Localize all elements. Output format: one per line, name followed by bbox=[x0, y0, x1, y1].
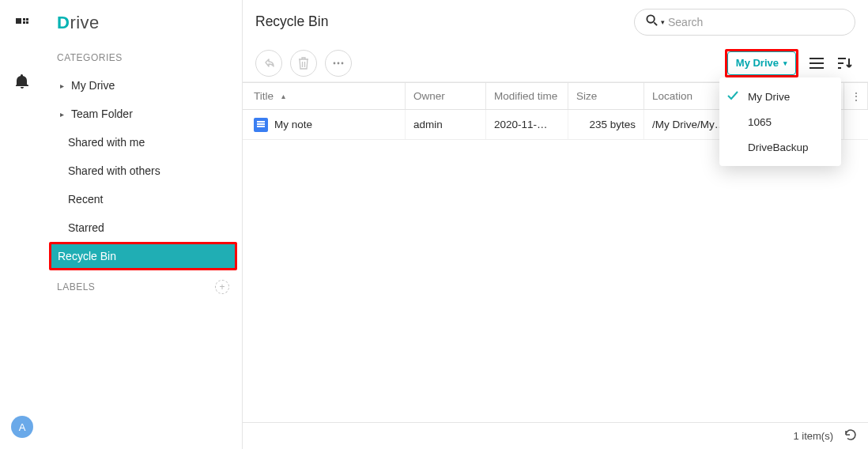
highlight-frame: My Drive ▾ bbox=[725, 49, 798, 77]
svg-point-9 bbox=[342, 62, 344, 64]
cell-owner: admin bbox=[406, 110, 486, 139]
sidebar-item-label: Recycle Bin bbox=[58, 250, 116, 262]
labels-label: LABELS bbox=[57, 281, 95, 292]
chevron-down-icon: ▾ bbox=[783, 59, 787, 67]
actionbar: My Drive ▾ My Drive bbox=[243, 44, 868, 82]
col-more[interactable]: ⋮ bbox=[844, 83, 868, 109]
search-box[interactable]: ▾ bbox=[634, 9, 855, 36]
sort-button[interactable] bbox=[835, 53, 855, 74]
drive-option-label: DriveBackup bbox=[748, 141, 809, 153]
sidebar: Drive CATEGORIES ▸My Drive ▸Team Folder … bbox=[44, 0, 243, 449]
search-input[interactable] bbox=[668, 16, 843, 28]
cell-mtime: 2020-11-… bbox=[486, 110, 568, 139]
sidebar-item-label: Shared with me bbox=[68, 136, 145, 149]
svg-rect-4 bbox=[26, 21, 28, 24]
categories-label: CATEGORIES bbox=[44, 47, 242, 71]
topbar: Recycle Bin ▾ bbox=[243, 0, 868, 44]
sidebar-item-teamfolder[interactable]: ▸Team Folder bbox=[44, 100, 242, 128]
col-size[interactable]: Size bbox=[568, 83, 644, 109]
sidebar-item-label: My Drive bbox=[71, 79, 115, 92]
sidebar-item-label: Recent bbox=[68, 193, 103, 206]
svg-line-6 bbox=[654, 22, 657, 25]
svg-rect-3 bbox=[23, 21, 25, 24]
add-label-button[interactable]: + bbox=[215, 280, 229, 294]
statusbar: 1 item(s) bbox=[243, 422, 868, 449]
apps-icon[interactable] bbox=[12, 14, 32, 35]
sidebar-item-recyclebin[interactable]: Recycle Bin bbox=[44, 242, 242, 270]
trash-icon bbox=[298, 57, 309, 70]
document-icon bbox=[254, 118, 268, 132]
search-icon bbox=[646, 14, 658, 29]
caret-icon: ▸ bbox=[57, 81, 66, 90]
page-title: Recycle Bin bbox=[255, 13, 328, 30]
dots-icon bbox=[333, 62, 344, 65]
highlight-frame: Recycle Bin bbox=[49, 242, 237, 270]
check-icon bbox=[727, 91, 738, 103]
cell-size: 235 bytes bbox=[568, 110, 644, 139]
sort-asc-icon: ▴ bbox=[281, 92, 285, 100]
drive-selector-button[interactable]: My Drive ▾ bbox=[727, 51, 796, 75]
avatar[interactable]: A bbox=[11, 416, 33, 438]
svg-point-5 bbox=[647, 15, 654, 22]
col-owner[interactable]: Owner bbox=[406, 83, 486, 109]
drive-selector-label: My Drive bbox=[736, 57, 779, 69]
more-button[interactable] bbox=[325, 50, 352, 77]
sidebar-item-recent[interactable]: Recent bbox=[44, 185, 242, 213]
categories-list: ▸My Drive ▸Team Folder Shared with me Sh… bbox=[44, 71, 242, 270]
sidebar-item-label: Starred bbox=[68, 221, 104, 234]
dots-vertical-icon: ⋮ bbox=[851, 90, 862, 103]
drive-option-label: My Drive bbox=[748, 91, 790, 103]
delete-button[interactable] bbox=[290, 50, 317, 77]
avatar-initial: A bbox=[19, 421, 26, 433]
toolbar-right: My Drive ▾ bbox=[725, 49, 855, 77]
undo-icon bbox=[262, 57, 275, 70]
cell-title: My note bbox=[243, 110, 406, 139]
bell-icon[interactable] bbox=[12, 71, 32, 92]
drive-option-1065[interactable]: 1065 bbox=[719, 109, 841, 134]
list-icon bbox=[810, 58, 824, 69]
refresh-button[interactable] bbox=[844, 428, 857, 443]
drive-option-label: 1065 bbox=[748, 116, 772, 128]
drive-option-mydrive[interactable]: My Drive bbox=[719, 84, 841, 109]
item-count: 1 item(s) bbox=[793, 430, 833, 442]
sidebar-item-label: Shared with others bbox=[68, 164, 160, 177]
labels-section: LABELS + bbox=[44, 270, 242, 294]
sidebar-item-mydrive[interactable]: ▸My Drive bbox=[44, 71, 242, 100]
app-root: A Drive CATEGORIES ▸My Drive ▸Team Folde… bbox=[0, 0, 868, 449]
col-title[interactable]: Title▴ bbox=[243, 83, 406, 109]
sidebar-item-sharedwithothers[interactable]: Shared with others bbox=[44, 157, 242, 185]
chevron-down-icon[interactable]: ▾ bbox=[661, 18, 665, 26]
app-logo: Drive bbox=[44, 13, 242, 47]
svg-rect-2 bbox=[26, 18, 28, 21]
cell-more bbox=[844, 110, 868, 139]
col-mtime[interactable]: Modified time bbox=[486, 83, 568, 109]
svg-rect-0 bbox=[16, 18, 21, 24]
refresh-icon bbox=[844, 428, 857, 441]
caret-icon: ▸ bbox=[57, 110, 66, 119]
drive-option-drivebackup[interactable]: DriveBackup bbox=[719, 134, 841, 160]
drive-selector-dropdown: My Drive 1065 DriveBackup bbox=[719, 77, 841, 166]
main: Recycle Bin ▾ bbox=[243, 0, 868, 449]
svg-point-7 bbox=[334, 62, 336, 64]
svg-point-8 bbox=[338, 62, 340, 64]
svg-rect-1 bbox=[23, 18, 25, 21]
restore-button[interactable] bbox=[255, 50, 282, 77]
sidebar-item-label: Team Folder bbox=[71, 108, 133, 120]
sidebar-item-sharedwithme[interactable]: Shared with me bbox=[44, 128, 242, 157]
app-rail bbox=[0, 0, 44, 449]
sidebar-item-starred[interactable]: Starred bbox=[44, 213, 242, 242]
sort-icon bbox=[838, 58, 852, 69]
list-view-button[interactable] bbox=[806, 53, 827, 74]
